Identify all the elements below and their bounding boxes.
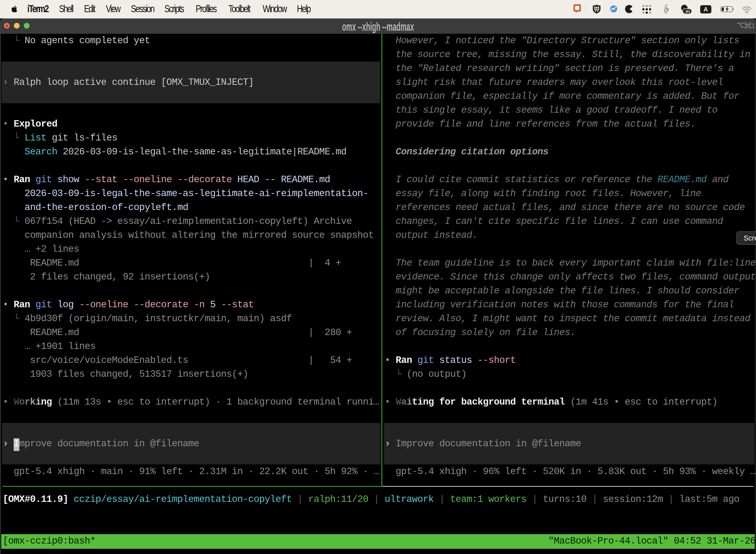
svg-text:..61: ..61: [684, 9, 690, 13]
svg-text:1: 1: [752, 22, 755, 29]
svg-text:A: A: [704, 6, 708, 13]
